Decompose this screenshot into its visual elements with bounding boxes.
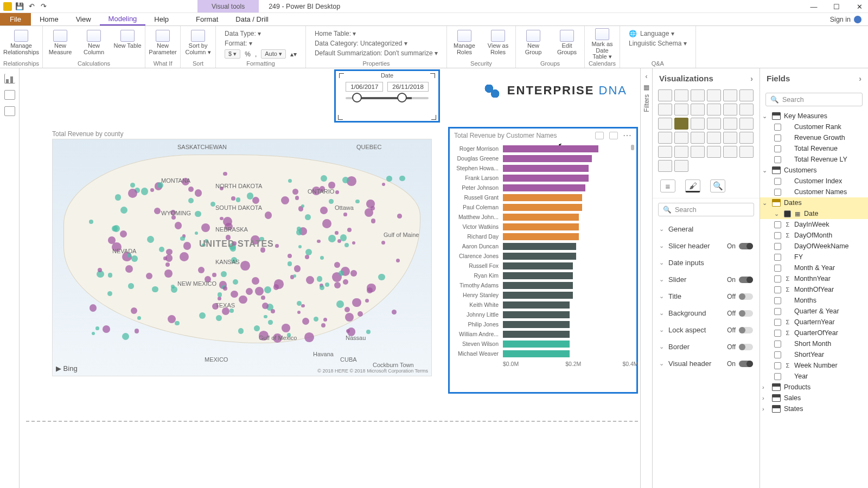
map-bubble[interactable] [163, 256, 167, 260]
map-bubble[interactable] [154, 208, 161, 214]
toggle-switch[interactable]: Off [727, 293, 753, 300]
chevron-down-icon[interactable]: ⌄ [762, 200, 769, 207]
slider-handle-end[interactable] [397, 93, 407, 102]
map-bubble[interactable] [90, 304, 97, 312]
map-bubble[interactable] [98, 268, 102, 272]
map-bubble[interactable] [147, 236, 154, 243]
field-item[interactable]: ⌄▦Date [760, 208, 868, 219]
format-row[interactable]: ⌄SliderOn [653, 271, 760, 288]
resize-handle-icon[interactable] [431, 115, 436, 120]
map-bubble[interactable] [399, 176, 405, 182]
map-bubble[interactable] [298, 245, 302, 248]
vis-type-icon[interactable] [723, 118, 737, 130]
bar-row[interactable]: Henry Stanley [453, 290, 630, 300]
bar-row[interactable]: Matthew John... [453, 212, 630, 222]
percent-button[interactable]: % [245, 50, 251, 58]
map-bubble[interactable] [343, 279, 348, 285]
chevron-right-icon[interactable]: › [762, 395, 769, 401]
field-checkbox[interactable] [774, 265, 781, 272]
fields-tab-icon[interactable]: ≡ [660, 179, 675, 192]
more-options-icon[interactable]: ··· [623, 132, 632, 139]
field-item[interactable]: Customer Index [760, 176, 868, 187]
map-bubble[interactable] [345, 313, 354, 322]
bar-row[interactable]: Russell Grant [453, 192, 630, 202]
map-bubble[interactable] [223, 172, 227, 176]
vis-type-icon[interactable] [674, 118, 688, 130]
undo-icon[interactable]: ↶ [27, 2, 36, 11]
field-table[interactable]: ⌄Customers [760, 165, 868, 176]
map-bubble[interactable] [188, 187, 194, 192]
report-view-icon[interactable] [4, 74, 15, 84]
field-item[interactable]: Year [760, 371, 868, 382]
toggle-switch[interactable]: Off [727, 326, 753, 334]
field-checkbox[interactable] [774, 275, 781, 282]
map-bubble[interactable] [366, 330, 371, 334]
map-bubble[interactable] [198, 267, 205, 273]
field-checkbox[interactable] [774, 362, 781, 369]
field-table[interactable]: ⌄Key Measures [760, 111, 868, 121]
field-item[interactable]: Customer Rank [760, 121, 868, 132]
sort-by-column-button[interactable]: Sort by Column ▾ [184, 30, 212, 55]
map-bubble[interactable] [159, 247, 164, 252]
view-as-roles-button[interactable]: View as Roles [484, 30, 512, 55]
map-bubble[interactable] [297, 227, 301, 231]
map-bubble[interactable] [103, 325, 110, 333]
vis-type-icon[interactable] [674, 132, 688, 144]
field-checkbox[interactable] [784, 210, 791, 217]
vis-type-icon[interactable] [658, 132, 672, 144]
field-item[interactable]: ΣQuarternYear [760, 317, 868, 328]
vis-type-icon[interactable] [691, 132, 705, 144]
data-type-dropdown[interactable]: Data Type: ▾ [225, 30, 297, 37]
vis-type-icon[interactable] [691, 146, 705, 158]
field-item[interactable]: FY [760, 252, 868, 262]
map-bubble[interactable] [392, 310, 397, 314]
map-bubble[interactable] [180, 252, 189, 261]
map-bubble[interactable] [128, 283, 134, 289]
field-item[interactable]: ΣQuarterOfYear [760, 328, 868, 338]
slicer-slider-track[interactable] [346, 97, 429, 99]
vis-type-icon[interactable] [658, 118, 672, 130]
tab-file[interactable]: File [0, 13, 31, 25]
map-bubble[interactable] [112, 226, 117, 231]
map-bubble[interactable] [164, 269, 172, 277]
manage-roles-button[interactable]: Manage Roles [450, 30, 478, 55]
slicer-start-date[interactable]: 1/06/2017 [346, 82, 383, 92]
map-bubble[interactable] [218, 292, 222, 297]
vis-type-icon[interactable] [739, 146, 754, 158]
field-table[interactable]: ⌄Dates [760, 197, 868, 208]
field-table[interactable]: ›Sales [760, 393, 868, 403]
map-bubble[interactable] [304, 332, 314, 342]
field-item[interactable]: ΣMonthnYear [760, 273, 868, 284]
field-checkbox[interactable] [774, 232, 781, 239]
home-table-dropdown[interactable]: Home Table: ▾ [315, 30, 438, 37]
vis-type-icon[interactable] [707, 89, 721, 101]
bar-row[interactable]: Philip Jones [453, 319, 630, 329]
format-row[interactable]: ⌄Slicer headerOn [653, 237, 760, 254]
map-bubble[interactable] [378, 274, 385, 281]
vis-type-icon[interactable] [658, 146, 672, 158]
collapse-pane-icon[interactable]: › [859, 74, 861, 83]
map-bubble[interactable] [352, 241, 355, 245]
map-bubble[interactable] [273, 284, 279, 290]
map-bubble[interactable] [320, 207, 327, 214]
comma-button[interactable]: , [255, 50, 257, 58]
map-bubble[interactable] [288, 254, 292, 258]
report-canvas[interactable]: Date 1/06/2017 26/11/2018 ENTERPRISE DNA… [20, 68, 640, 488]
map-bubble[interactable] [271, 309, 275, 313]
field-checkbox[interactable] [774, 221, 781, 228]
vis-type-icon[interactable] [739, 132, 754, 144]
field-checkbox[interactable] [774, 156, 781, 163]
auto-decimals-button[interactable]: Auto ▾ [261, 49, 286, 59]
data-view-icon[interactable] [4, 90, 15, 100]
map-bubble[interactable] [107, 291, 112, 296]
bar-row[interactable]: Keith White [453, 300, 630, 310]
chevron-right-icon[interactable]: › [762, 406, 769, 412]
vis-type-icon[interactable] [739, 89, 754, 101]
map-bubble[interactable] [365, 208, 373, 217]
bar-row[interactable]: Paul Coleman [453, 202, 630, 212]
tab-format[interactable]: Format [187, 13, 227, 25]
map-bubble[interactable] [397, 214, 402, 219]
map-bubble[interactable] [292, 189, 298, 195]
map-bubble[interactable] [322, 219, 331, 228]
map-bubble[interactable] [317, 276, 322, 281]
